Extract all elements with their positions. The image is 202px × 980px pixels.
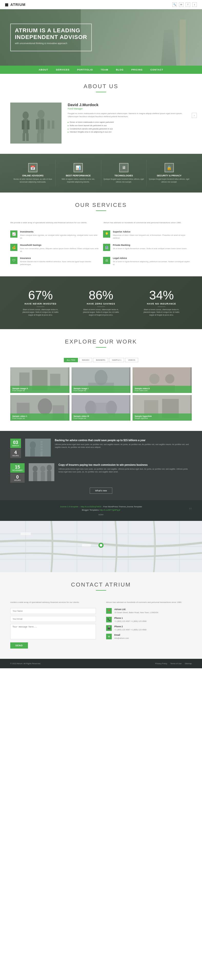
feature-desc-3: Quisque feugiat turpis hendrerit tellus … xyxy=(149,178,190,183)
svg-point-54 xyxy=(47,465,52,471)
svg-rect-15 xyxy=(48,121,50,129)
tweet-link-1[interactable]: Joomla 2.5 template :: http://t.co/ZtZEo… xyxy=(60,506,102,508)
stat-label-0: Have Never Invested xyxy=(20,302,61,305)
svg-rect-17 xyxy=(48,132,51,142)
blog-day2-0: 4 xyxy=(12,450,19,455)
portfolio-item-0[interactable]: Sample image II From simple list xyxy=(10,368,70,393)
svg-rect-46 xyxy=(39,445,43,446)
brand: ATRIUM xyxy=(5,3,25,7)
superior-advice-title: Superior Advice xyxy=(113,231,192,233)
contact-message-input[interactable] xyxy=(10,624,96,639)
portfolio-item-3[interactable]: Sample video 1 From simple list xyxy=(10,395,70,421)
nav-contact[interactable]: CONTACT xyxy=(151,68,163,71)
about-list-item: Nulla non lorem laoreet dis parturient i… xyxy=(68,124,192,127)
feature-desc-0: Buracu id ante interdum tempus, ac odio … xyxy=(12,178,53,183)
nav-services[interactable]: SERVICES xyxy=(56,68,70,71)
svg-rect-55 xyxy=(47,471,51,481)
filter-banners[interactable]: BANNERS xyxy=(93,358,108,362)
portfolio-section-header: EXPLORE OUR WORK xyxy=(0,329,202,358)
stat-label-1: Have Zero Savings xyxy=(81,302,121,305)
contact-email-input[interactable] xyxy=(10,616,96,622)
twitter-icon[interactable]: t xyxy=(192,2,197,7)
portfolio-item-sub-3: From simple list xyxy=(12,417,67,419)
phone2-icon: 📠 xyxy=(106,625,112,631)
facebook-icon[interactable]: f xyxy=(186,2,190,7)
nav-about[interactable]: ABOUT xyxy=(39,68,48,71)
footer-privacy-link[interactable]: Privacy Policy xyxy=(155,662,167,665)
tweet-text: Joomla 2.5 template :: http://t.co/ZtZEo… xyxy=(10,505,192,512)
blog-title-1: Copy of Insurers paying too much commiss… xyxy=(59,463,192,466)
nav-team[interactable]: TEAM xyxy=(101,68,108,71)
portfolio-item-5[interactable]: Sample hyperlink Simple hyperlink xyxy=(132,395,192,421)
nav-pricing[interactable]: PRICING xyxy=(131,68,143,71)
whats-new-button[interactable]: What's new xyxy=(90,488,112,494)
svg-rect-16 xyxy=(52,121,54,129)
blog-date-group-1: 15 NOVEMBER 0 HOURS xyxy=(10,463,25,483)
stat-desc-0: Etiam ut lorem cursus, ullamcorper lectu… xyxy=(20,309,61,317)
filter-images[interactable]: IMAGES xyxy=(79,358,92,362)
blog-content-0: Backing for advice centres that could sa… xyxy=(55,439,192,449)
filter-all[interactable]: ALL ITEM xyxy=(64,358,78,362)
insurance-desc: Aenean blandit erat in lobortis eleifend… xyxy=(20,260,99,266)
footer-sitemap-link[interactable]: Sitemap xyxy=(185,662,192,665)
service-legal-advice: ⚖ Legal Advice Sit ut lorem in ligula fe… xyxy=(103,257,192,266)
logo-text: ATRIUM xyxy=(5,3,25,7)
contact-title: CONTACT ATRIUM xyxy=(0,581,202,588)
feature-title-1: Best Performance xyxy=(58,174,99,177)
insurance-title: Insurance xyxy=(20,257,99,259)
tweet-link-2[interactable]: http://t.co/t8TTgMPtpyf xyxy=(99,509,120,511)
portfolio-item-4[interactable]: Sample video III From simple list xyxy=(72,395,131,421)
contact-grid: rovides a wide array of specialised advi… xyxy=(10,601,192,649)
filter-sample1[interactable]: SAMPLE 1 xyxy=(109,358,124,362)
contact-submit-button[interactable]: Send xyxy=(10,643,28,649)
svg-rect-18 xyxy=(52,132,54,142)
legal-advice-desc: Sit ut lorem in ligula fermentum adipisc… xyxy=(113,260,192,266)
stat-number-0: 67% xyxy=(20,289,61,301)
about-arrow-button[interactable]: › xyxy=(192,113,197,118)
blog-item-0: 03 MARCH 4 HOURS Backing for advice cent… xyxy=(10,439,192,458)
svg-rect-11 xyxy=(37,133,40,142)
nav-blog[interactable]: BLOG xyxy=(116,68,124,71)
phone1-details: +1 (800) 123 4567 +1 (800) 123 4568 xyxy=(115,620,146,623)
svg-rect-67 xyxy=(21,533,31,535)
search-icon[interactable]: 🔍 xyxy=(172,2,177,7)
svg-rect-6 xyxy=(26,133,29,141)
footer-links: Privacy Policy Terms of Use Sitemap xyxy=(155,662,192,665)
about-divider xyxy=(96,92,106,92)
blog-image-svg-0 xyxy=(25,439,51,457)
footer-terms-link[interactable]: Terms of Use xyxy=(170,662,181,665)
filter-videos[interactable]: VIDEOS xyxy=(125,358,138,362)
svg-rect-51 xyxy=(33,472,37,481)
hero-subtitle: with unconventional thinking & innovativ… xyxy=(15,42,87,45)
phone1-title: Phone 1 xyxy=(115,617,146,619)
stat-number-1: 86% xyxy=(81,289,121,301)
blog-section: 03 MARCH 4 HOURS Backing for advice cent… xyxy=(0,431,202,500)
portfolio-item-2[interactable]: Sample video 8 From video.com xyxy=(132,368,192,393)
portfolio-title: EXPLORE OUR WORK xyxy=(0,338,202,345)
blog-desc-1: Ultrices porta lectus eget duis nunc jus… xyxy=(59,468,192,474)
about-list: Donec ut lorem malesuada in eros sapien … xyxy=(68,121,192,134)
nav-portfolio[interactable]: PORTFOLIO xyxy=(77,68,93,71)
about-list-item: Condimentum aeneis velit gravida parturi… xyxy=(68,127,192,131)
email-title: Email xyxy=(115,634,129,636)
hero-ladder-decoration xyxy=(179,19,187,65)
blog-date-primary-1: 15 NOVEMBER xyxy=(10,463,25,473)
hero-content: ATRIUM IS A LEADING INDEPENDENT ADVISOR … xyxy=(10,24,92,51)
contact-phone1-text: Phone 1 +1 (800) 123 4567 +1 (800) 123 4… xyxy=(115,617,146,623)
stat-divider-2 xyxy=(157,307,165,307)
portfolio-item-sub-2: From video.com xyxy=(135,390,190,391)
contact-name-input[interactable] xyxy=(10,608,96,614)
tweet-section: " Joomla 2.5 template :: http://t.co/ZtZ… xyxy=(0,500,202,521)
blog-day-1: 15 xyxy=(12,465,22,469)
blog-day2-1: 0 xyxy=(12,475,22,479)
contact-right-desc: Atrium has advised on hundreds of commer… xyxy=(106,601,192,604)
footer-copyright: © 2013 Atrium. All Rights Reserved. xyxy=(10,662,41,665)
services-section: We provide a wide array of specialized a… xyxy=(0,221,202,276)
navbar-icons: 🔍 ✉ f t xyxy=(172,2,197,7)
mail-icon[interactable]: ✉ xyxy=(179,2,183,7)
portfolio-overlay-4: Sample video III From simple list xyxy=(72,414,131,421)
blog-image-svg-1 xyxy=(29,463,54,481)
svg-rect-47 xyxy=(39,447,44,449)
portfolio-item-1[interactable]: Sample image I From simple list xyxy=(72,368,131,393)
blog-month-1: NOVEMBER xyxy=(12,469,22,471)
